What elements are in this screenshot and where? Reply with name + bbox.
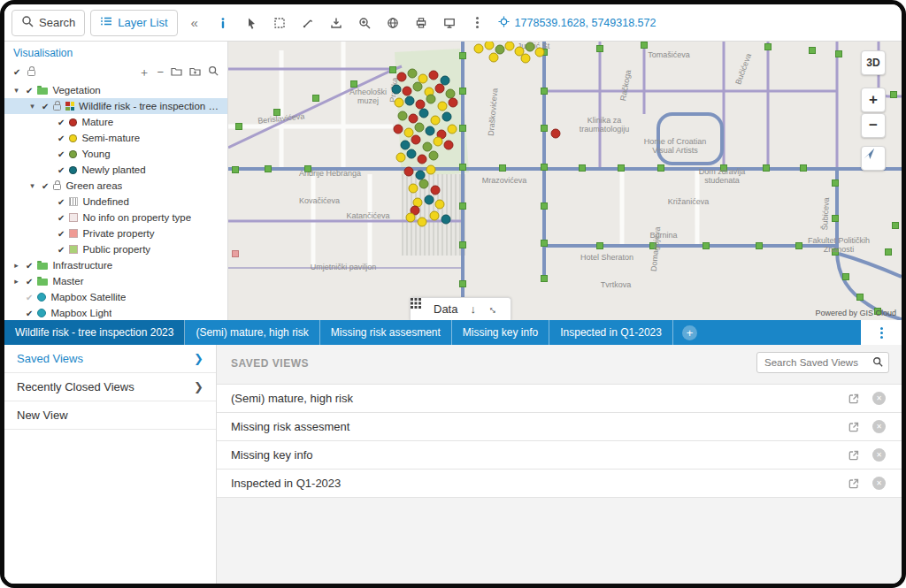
network-node-pink[interactable] (233, 251, 239, 257)
tree-marker[interactable] (444, 141, 453, 149)
tree-marker[interactable] (405, 96, 414, 105)
tree-marker[interactable] (429, 71, 438, 80)
tree-marker[interactable] (403, 87, 411, 95)
layer-tree-item[interactable]: ✔Public property (4, 241, 227, 257)
layer-tree-item[interactable]: ✔Young (4, 146, 227, 162)
network-node[interactable] (641, 42, 648, 49)
zoom-in-button[interactable]: + (861, 88, 886, 112)
locate-button[interactable] (861, 146, 886, 171)
layer-checkbox[interactable]: ✔ (58, 118, 65, 127)
search-layers-icon[interactable] (208, 65, 219, 78)
network-node[interactable] (618, 165, 625, 172)
network-node[interactable] (351, 81, 357, 88)
network-node[interactable] (541, 276, 548, 282)
open-view-icon[interactable] (848, 477, 860, 490)
layer-tree-item[interactable]: ✔Private property (4, 225, 227, 241)
views-menu-item[interactable]: New View (4, 401, 216, 430)
network-node[interactable] (541, 241, 548, 247)
tree-marker[interactable] (409, 184, 418, 193)
tree-marker[interactable] (408, 69, 417, 78)
network-node[interactable] (833, 216, 839, 222)
tree-marker[interactable] (404, 128, 413, 137)
tree-marker[interactable] (429, 151, 438, 160)
more-tools-button[interactable] (466, 11, 489, 35)
tree-marker[interactable] (442, 112, 451, 121)
network-node[interactable] (265, 166, 272, 172)
tree-marker[interactable] (515, 47, 524, 56)
info-tool-button[interactable] (211, 11, 234, 35)
layer-checkbox[interactable]: ✔ (26, 293, 33, 302)
open-view-icon[interactable] (848, 421, 860, 433)
folder-icon[interactable] (171, 66, 182, 78)
layer-checkbox[interactable]: ✔ (58, 213, 65, 223)
sort-descending-icon[interactable]: ↓ (470, 302, 476, 316)
globe-tool-button[interactable] (381, 11, 404, 35)
layer-list-button[interactable]: Layer List (90, 10, 177, 36)
network-node[interactable] (857, 294, 864, 301)
network-node[interactable] (810, 48, 816, 54)
open-view-icon[interactable] (848, 449, 860, 462)
layer-checkbox[interactable]: ✔ (58, 197, 65, 207)
remove-layer-icon[interactable]: − (157, 66, 164, 78)
search-icon[interactable] (872, 355, 883, 370)
tab-overflow-menu[interactable] (861, 320, 902, 345)
tree-marker[interactable] (394, 125, 403, 134)
layer-checkbox[interactable]: ✔ (58, 149, 65, 159)
map-canvas[interactable]: BerislavićevaArheološkimuzejPraškaDraško… (228, 42, 902, 320)
select-area-tool-button[interactable] (268, 11, 291, 35)
network-node[interactable] (233, 167, 239, 173)
tree-marker[interactable] (425, 195, 434, 204)
tree-marker[interactable] (426, 95, 435, 103)
tree-marker[interactable] (441, 76, 449, 85)
layer-checkbox[interactable]: ✔ (42, 181, 49, 191)
network-node[interactable] (658, 165, 664, 172)
search-button[interactable]: Search (12, 10, 85, 36)
saved-view-row[interactable]: Missing key info✕ (217, 441, 902, 470)
layer-checkbox[interactable]: ✔ (58, 134, 65, 143)
tree-marker[interactable] (485, 42, 494, 50)
layer-tree-item[interactable]: ✔Undefined (4, 194, 227, 210)
tree-marker[interactable] (435, 84, 444, 93)
view-tab[interactable]: Wildlife risk - tree inspection 2023 (4, 320, 185, 345)
network-node[interactable] (703, 243, 710, 249)
add-view-button[interactable]: + (682, 325, 697, 340)
tree-marker[interactable] (418, 155, 426, 164)
layer-checkbox[interactable]: ✔ (58, 229, 65, 239)
saved-view-row[interactable]: Inspected in Q1-2023✕ (217, 470, 902, 498)
network-node[interactable] (460, 126, 466, 132)
tree-marker[interactable] (431, 116, 440, 125)
tree-marker[interactable] (435, 200, 444, 209)
views-menu-item[interactable]: Recently Closed Views❯ (4, 373, 216, 401)
network-node[interactable] (833, 180, 839, 187)
tree-marker[interactable] (401, 141, 410, 149)
tree-marker[interactable] (489, 53, 498, 62)
layer-checkbox[interactable]: ✔ (26, 86, 33, 95)
chevron-icon[interactable]: ▾ (27, 102, 37, 111)
tree-marker[interactable] (404, 167, 413, 176)
chevron-icon[interactable]: ▸ (12, 277, 21, 286)
data-bar-label[interactable]: Data (434, 302, 457, 316)
layer-checkbox[interactable]: ✔ (26, 261, 33, 271)
zoom-tool-button[interactable] (353, 11, 376, 35)
layer-tree-item[interactable]: ▸✔Infrastructure (4, 257, 227, 273)
network-node[interactable] (460, 53, 466, 59)
network-node[interactable] (460, 281, 466, 287)
tree-marker[interactable] (418, 218, 426, 226)
tree-marker[interactable] (551, 129, 560, 138)
tree-marker[interactable] (438, 102, 447, 111)
check-all-icon[interactable]: ✔ (13, 67, 20, 77)
add-layer-icon[interactable]: ＋ (138, 66, 150, 78)
network-node[interactable] (236, 124, 242, 130)
tree-marker[interactable] (495, 45, 504, 54)
tree-marker[interactable] (430, 211, 439, 220)
network-node[interactable] (500, 165, 506, 172)
tree-marker[interactable] (426, 165, 435, 174)
tree-marker[interactable] (431, 186, 440, 195)
layer-checkbox[interactable]: ✔ (26, 309, 33, 318)
view-tab[interactable]: Inspected in Q1-2023 (549, 320, 673, 345)
lock-all-icon[interactable] (27, 70, 35, 76)
network-node[interactable] (764, 165, 770, 172)
layer-tree-item[interactable]: ▾✔Wildlife risk - tree inspection 2023 (4, 98, 227, 114)
network-node[interactable] (460, 203, 466, 210)
tree-marker[interactable] (505, 42, 514, 50)
